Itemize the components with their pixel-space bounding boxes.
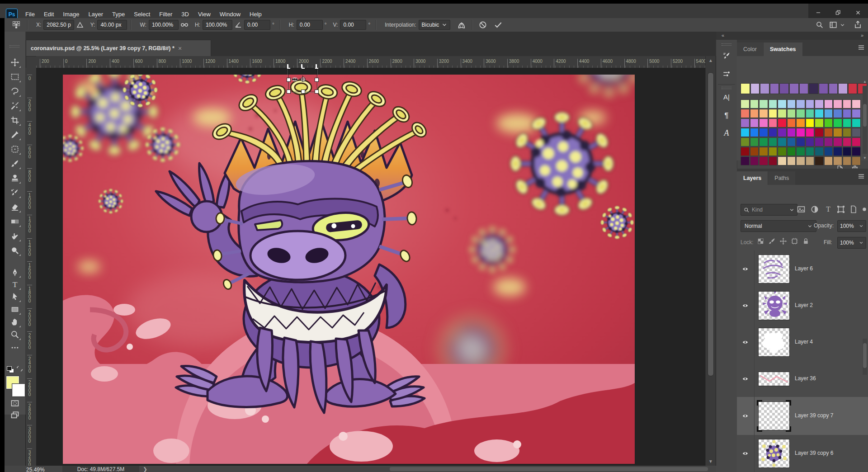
- swatch[interactable]: [815, 156, 824, 165]
- swatch[interactable]: [796, 156, 805, 165]
- search-icon[interactable]: [816, 21, 824, 29]
- swatch[interactable]: [750, 147, 759, 156]
- panel-menu-icon[interactable]: [857, 43, 865, 52]
- swatch[interactable]: [815, 109, 824, 118]
- swatch[interactable]: [750, 99, 759, 109]
- swatch[interactable]: [833, 128, 842, 137]
- paragraph-panel-icon[interactable]: ¶: [720, 111, 733, 123]
- swatch[interactable]: [806, 128, 815, 137]
- share-icon[interactable]: [854, 20, 862, 29]
- swatch[interactable]: [833, 99, 842, 109]
- recent-swatch[interactable]: [799, 83, 809, 94]
- swatch[interactable]: [843, 128, 852, 137]
- cancel-transform-button[interactable]: [478, 20, 487, 29]
- swatch[interactable]: [843, 99, 852, 109]
- smudge-tool[interactable]: [9, 230, 21, 242]
- swatch[interactable]: [806, 99, 815, 109]
- transform-handle-sw[interactable]: [287, 90, 291, 94]
- commit-transform-button[interactable]: [494, 20, 503, 29]
- toolbar-grip[interactable]: [9, 45, 19, 47]
- swatch[interactable]: [778, 118, 787, 127]
- filter-shape-layers-icon[interactable]: [836, 205, 845, 214]
- recent-swatch[interactable]: [779, 83, 789, 94]
- transform-handle-n[interactable]: [301, 68, 305, 69]
- layer-thumbnail[interactable]: [758, 255, 790, 283]
- swatch[interactable]: [787, 128, 796, 137]
- layer-visibility-toggle[interactable]: [737, 250, 755, 287]
- filter-adjustment-layers-icon[interactable]: [810, 205, 819, 214]
- recent-swatch[interactable]: [741, 83, 750, 94]
- swatch[interactable]: [852, 128, 861, 137]
- layer-row-layer-4[interactable]: Layer 4: [737, 324, 868, 361]
- recent-swatch[interactable]: [760, 83, 769, 94]
- blend-mode-select[interactable]: Normal: [741, 220, 816, 232]
- status-chevron-icon[interactable]: ❯: [143, 466, 147, 472]
- layers-scrollbar[interactable]: [863, 339, 867, 375]
- swatch[interactable]: [759, 137, 768, 146]
- swatch[interactable]: [750, 137, 759, 146]
- collapse-dock-icon[interactable]: «: [722, 33, 724, 38]
- default-colors-icon[interactable]: [7, 366, 13, 372]
- swatch[interactable]: [787, 118, 796, 127]
- swatch[interactable]: [750, 109, 759, 118]
- swatch[interactable]: [741, 137, 750, 146]
- swatch[interactable]: [833, 118, 842, 127]
- link-dimensions-icon[interactable]: [180, 21, 189, 29]
- quick-mask-button[interactable]: [9, 397, 21, 409]
- swatch[interactable]: [796, 99, 805, 109]
- swatch[interactable]: [824, 118, 833, 127]
- swatch[interactable]: [787, 99, 796, 109]
- swatch[interactable]: [815, 147, 824, 156]
- swatch[interactable]: [852, 99, 861, 109]
- layer-name[interactable]: Layer 2: [795, 302, 813, 308]
- layer-row-layer-6[interactable]: Layer 6: [737, 250, 868, 288]
- brush-settings-panel-icon[interactable]: [720, 50, 733, 61]
- marquee-tool[interactable]: [9, 71, 21, 83]
- ellipsis-more-tools[interactable]: [9, 342, 21, 354]
- layer-row-layer-39-copy-7[interactable]: Layer 39 copy 7: [737, 397, 868, 435]
- swatch[interactable]: [843, 137, 852, 146]
- panel-menu-icon[interactable]: [857, 172, 865, 180]
- swatch[interactable]: [815, 137, 824, 146]
- y-input[interactable]: 40.00 px: [97, 20, 127, 30]
- swatch[interactable]: [769, 118, 778, 127]
- swatch[interactable]: [741, 147, 750, 156]
- tab-layers[interactable]: Layers: [737, 171, 768, 185]
- swatch[interactable]: [833, 109, 842, 118]
- layer-thumbnail[interactable]: [758, 328, 790, 357]
- swatch[interactable]: [824, 109, 833, 118]
- screen-mode-button[interactable]: [9, 409, 21, 421]
- swatch[interactable]: [778, 156, 787, 165]
- hand-tool[interactable]: [9, 316, 21, 328]
- swatch[interactable]: [843, 118, 852, 127]
- brush-tool[interactable]: [9, 158, 21, 170]
- width-input[interactable]: 100.00%: [149, 20, 179, 30]
- swatch[interactable]: [778, 109, 787, 118]
- swatch[interactable]: [778, 137, 787, 146]
- height-input[interactable]: 100.00%: [203, 20, 232, 30]
- transform-handle-e[interactable]: [315, 78, 319, 82]
- swatch[interactable]: [759, 156, 768, 165]
- vertical-scrollbar[interactable]: ▲ ▼: [705, 56, 716, 466]
- swatch[interactable]: [815, 118, 824, 127]
- crop-tool[interactable]: [9, 114, 21, 126]
- clone-source-panel-icon[interactable]: [720, 68, 733, 80]
- scroll-down-icon[interactable]: ▼: [706, 459, 716, 464]
- layer-row-layer-2[interactable]: Layer 2: [737, 287, 868, 324]
- swatch[interactable]: [796, 128, 805, 137]
- swatch[interactable]: [741, 156, 750, 165]
- layer-name[interactable]: Layer 36: [795, 375, 816, 382]
- layer-row-layer-36[interactable]: Layer 36: [737, 360, 868, 397]
- canvas-viewport[interactable]: [36, 68, 705, 466]
- layer-visibility-toggle[interactable]: [737, 435, 755, 472]
- eyedropper-tool[interactable]: [9, 129, 21, 141]
- swatch[interactable]: [778, 128, 787, 137]
- recent-swatch[interactable]: [819, 83, 828, 94]
- opacity-input[interactable]: 100%: [837, 220, 866, 232]
- dodge-tool[interactable]: [9, 245, 21, 256]
- swatch[interactable]: [824, 99, 833, 109]
- swatch[interactable]: [796, 137, 805, 146]
- swatch[interactable]: [741, 109, 750, 118]
- magic-wand-tool[interactable]: [9, 100, 21, 112]
- swatch[interactable]: [815, 128, 824, 137]
